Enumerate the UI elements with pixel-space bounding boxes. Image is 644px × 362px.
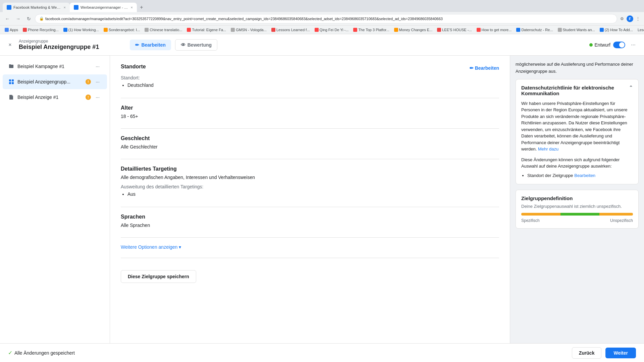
back-nav-button[interactable]: ← xyxy=(3,14,12,23)
collapse-button[interactable]: ⌃ xyxy=(629,85,633,90)
zielgruppe-sub: Deine Zielgruppenauswahl ist ziemlich un… xyxy=(521,204,633,209)
label-unspecific: Unspezifisch xyxy=(610,218,633,223)
sidebar-item-ad[interactable]: Beispiel Anzeige #1 ! ··· xyxy=(3,90,107,105)
targeting-section: Detailliertes Targeting Alle demografisc… xyxy=(121,166,499,197)
ausweitung-label: Ausweitung des detaillierten Targetings: xyxy=(121,184,499,189)
bookmark-leseliste[interactable]: Leseliste xyxy=(636,27,644,33)
divider-2 xyxy=(121,128,499,129)
bookmark-4[interactable]: Chinese translatio... xyxy=(143,27,184,33)
sidebar-campaign-more[interactable]: ··· xyxy=(94,62,102,70)
address-text: facebook.com/adsmanager/manage/adsets/ed… xyxy=(45,17,443,21)
standorte-section: Standorte ✏ Bearbeiten Standort: Deutsch… xyxy=(121,64,499,88)
datenschutz-card: Datenschutzrichtlinie für elektronische … xyxy=(516,79,639,184)
status-indicator: Entwurf xyxy=(589,42,610,48)
extensions-icon[interactable]: ⚙ xyxy=(619,15,625,22)
alter-title: Alter xyxy=(121,105,499,111)
sidebar-adset-more[interactable]: ··· xyxy=(94,78,102,86)
bookmark-5[interactable]: Tutorial: Eigene Fa... xyxy=(185,27,228,33)
divider-1 xyxy=(121,98,499,98)
profile-icon[interactable]: F xyxy=(627,15,633,22)
more-options-button[interactable]: ··· xyxy=(628,40,639,50)
bookmark-15[interactable]: (2) How To Add... xyxy=(598,27,635,33)
standorte-list: Deutschland xyxy=(121,82,499,88)
browser-tabs: Facebook Marketing & Werb... × Werbeanze… xyxy=(0,0,644,12)
geschlecht-section: Geschlecht Alle Geschlechter xyxy=(121,135,499,149)
bookmark-7[interactable]: Lessons Learned f... xyxy=(269,27,312,33)
datenschutz-bullets: Standort der Zielgruppe Bearbeiten xyxy=(521,172,633,179)
sidebar-ad-more[interactable]: ··· xyxy=(94,93,102,101)
ausweitung-item: Aus xyxy=(127,191,499,197)
weitere-optionen-link[interactable]: Weitere Optionen anzeigen ▾ xyxy=(121,244,499,250)
status-toggle[interactable] xyxy=(613,42,625,48)
sprachen-value: Alle Sprachen xyxy=(121,223,499,228)
standorte-item-deutschland: Deutschland xyxy=(127,82,499,88)
bookmark-10[interactable]: Money Changes E... xyxy=(392,27,435,33)
file-icon xyxy=(8,94,15,101)
mehr-dazu-link[interactable]: Mehr dazu xyxy=(538,146,558,152)
bookmark-3[interactable]: Sonderangebot: I... xyxy=(102,27,142,33)
svg-rect-3 xyxy=(12,82,14,84)
above-text: möglicherweise auf die Auslieferung und … xyxy=(516,61,639,75)
bookmark-11[interactable]: LEE'S HOUSE -... xyxy=(435,27,474,33)
bar-specific xyxy=(521,213,560,216)
header-supertitle: Anzeigengruppe xyxy=(19,39,99,44)
geschlecht-title: Geschlecht xyxy=(121,135,499,141)
bottom-bar: ✓ Alle Änderungen gespeichert Zurück Wei… xyxy=(0,343,644,362)
reload-button[interactable]: ↻ xyxy=(24,14,34,23)
sidebar: Beispiel Kampagne #1 ··· Beispiel Anzeig… xyxy=(0,56,110,343)
bookmark-13[interactable]: Datenschutz - Re... xyxy=(514,27,555,33)
bookmark-6[interactable]: GMSN - Vologda... xyxy=(229,27,269,33)
standorte-edit-button[interactable]: ✏ Bearbeiten xyxy=(470,65,499,71)
sprachen-title: Sprachen xyxy=(121,214,499,220)
divider-4 xyxy=(121,207,499,207)
bookmark-2[interactable]: (1) How Working... xyxy=(61,27,101,33)
save-audience-button[interactable]: Diese Zielgruppe speichern xyxy=(121,270,196,283)
back-button[interactable]: Zurück xyxy=(572,347,602,359)
folder-icon xyxy=(8,63,15,70)
close-panel-button[interactable]: × xyxy=(5,40,15,50)
standorte-edit-pencil-icon: ✏ xyxy=(470,65,474,71)
eye-icon: 👁 xyxy=(181,42,185,48)
bar-unspecific xyxy=(599,213,633,216)
bookmark-14[interactable]: Student Wants an... xyxy=(556,27,597,33)
bookmark-8[interactable]: Qing Fei De Yi -... xyxy=(313,27,351,33)
ausweitung-list: Aus xyxy=(121,191,499,197)
browser-chrome: Facebook Marketing & Werb... × Werbeanze… xyxy=(0,0,644,34)
grid-icon xyxy=(8,78,15,85)
tab2-close[interactable]: × xyxy=(131,5,133,9)
save-group: Diese Zielgruppe speichern xyxy=(121,265,499,288)
bullet-standort: Standort der Zielgruppe Bearbeiten xyxy=(527,172,633,179)
bearbeiten-link[interactable]: Bearbeiten xyxy=(574,173,595,178)
bookmark-apps[interactable]: Apps xyxy=(3,27,20,33)
next-button[interactable]: Weiter xyxy=(605,348,636,358)
forward-nav-button[interactable]: → xyxy=(13,14,23,23)
new-tab-button[interactable]: + xyxy=(137,3,146,12)
sidebar-item-campaign[interactable]: Beispiel Kampagne #1 ··· xyxy=(3,59,107,74)
browser-tab-2[interactable]: Werbeanzeigenmanager - Wer... × xyxy=(70,3,137,12)
app-container: × Anzeigengruppe Beispiel Anzeigengruppe… xyxy=(0,34,644,362)
edit-pencil-icon: ✏ xyxy=(135,42,139,48)
audience-labels: Spezifisch Unspezifisch xyxy=(521,218,633,223)
status-dot xyxy=(589,43,593,47)
edit-button[interactable]: ✏ Bearbeiten xyxy=(130,40,171,50)
preview-button[interactable]: 👁 Bewertung xyxy=(175,39,217,51)
label-specific: Spezifisch xyxy=(521,218,540,223)
browser-tab-1[interactable]: Facebook Marketing & Werb... × xyxy=(3,3,70,12)
sidebar-adset-label: Beispiel Anzeigengrupp... xyxy=(17,79,83,84)
zielgruppe-card: Zielgruppendefinition Deine Zielgruppena… xyxy=(516,190,639,229)
bookmark-9[interactable]: The Top 3 Platfor... xyxy=(351,27,391,33)
divider-5 xyxy=(121,237,499,238)
header-right: Entwurf ··· xyxy=(589,40,639,50)
tab1-close[interactable]: × xyxy=(64,5,66,9)
bookmark-1[interactable]: Phone Recycling... xyxy=(21,27,61,33)
browser-menu-icon[interactable]: ⋮ xyxy=(635,15,641,22)
sidebar-item-adset[interactable]: Beispiel Anzeigengrupp... ! ··· xyxy=(3,74,107,89)
svg-rect-1 xyxy=(12,79,14,81)
tab2-title: Werbeanzeigenmanager - Wer... xyxy=(80,5,129,9)
address-bar[interactable]: 🔒 facebook.com/adsmanager/manage/adsets/… xyxy=(35,14,617,23)
check-icon: ✓ xyxy=(8,350,12,356)
divider-3 xyxy=(121,159,499,159)
bookmarks-bar: Apps Phone Recycling... (1) How Working.… xyxy=(0,25,644,34)
bookmark-12[interactable]: How to get more... xyxy=(475,27,514,33)
sidebar-ad-warning: ! xyxy=(86,95,91,100)
